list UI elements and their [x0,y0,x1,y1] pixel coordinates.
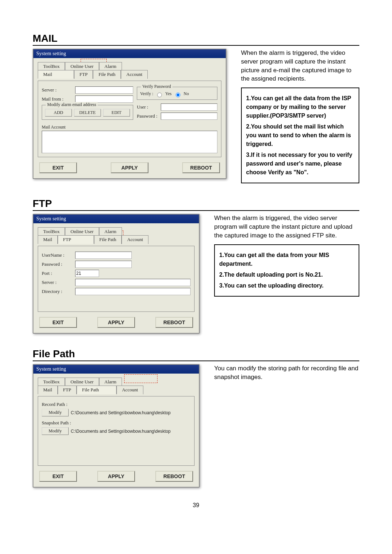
tab-group-ftp: ToolBox Online User Alarm Mail FTP File … [38,227,195,244]
section-title-filepath: File Path [33,348,359,361]
reboot-button[interactable]: REBOOT [182,162,220,173]
tab-account[interactable]: Account [121,70,148,79]
ftp-info-1: 1.You can get all the data from your MIS… [219,251,354,268]
dialog-titlebar: System setting [33,365,199,374]
exit-button[interactable]: EXIT [39,162,77,173]
filepath-description: You can modify the storing path for reco… [214,364,359,382]
verify-fieldset: Verify Password Verify : Yes No [137,87,217,100]
tab-toolbox[interactable]: ToolBox [38,62,65,70]
mailaccount-label: Mail Account [42,125,217,130]
server-input[interactable] [75,279,191,286]
record-path-value: C:\Documents and Settings\bowbow.huang\d… [71,410,171,415]
verify-yes-radio[interactable] [157,93,162,97]
tab-group-mail: ToolBox Online User Alarm Mail FTP File … [38,62,221,78]
tab-ftp[interactable]: FTP [58,235,94,244]
mailaccount-list[interactable] [42,131,217,153]
exit-button[interactable]: EXIT [39,471,77,482]
verify-no-radio[interactable] [176,93,180,97]
tab-mail[interactable]: Mail [38,70,74,79]
modify-alarm-legend: Modify alarm email address [46,102,98,107]
ftp-info-2: 2.The default uploading port is No.21. [219,270,354,279]
ftp-description: When the alarm is triggered, the video s… [214,214,359,240]
tab-alarm[interactable]: Alarm [99,227,122,236]
tab-onlineuser[interactable]: Online User [65,227,99,236]
ftp-dialog: System setting ToolBox Online User Alarm… [33,214,200,334]
edit-button[interactable]: EDIT [103,109,130,117]
delete-button[interactable]: DELETE [74,109,101,117]
username-input[interactable] [75,252,132,259]
add-button[interactable]: ADD [45,109,72,117]
mailfrom-input[interactable] [75,95,133,103]
password-label: Password : [42,261,73,267]
username-label: UserName : [42,252,73,258]
modify-alarm-fieldset: Modify alarm email address ADD DELETE ED… [42,105,133,120]
mail-dialog: System setting ToolBox Online User Alarm… [33,49,226,179]
tab-onlineuser[interactable]: Online User [65,62,99,70]
port-input[interactable] [75,270,99,277]
tab-mail[interactable]: Mail [38,235,58,244]
tab-onlineuser[interactable]: Online User [65,378,99,386]
password-input[interactable] [75,261,132,268]
server-label: Server : [42,280,73,285]
password-label: Password : [137,113,159,119]
reboot-button[interactable]: REBOOT [155,317,193,328]
tab-toolbox[interactable]: ToolBox [38,378,65,386]
tab-account[interactable]: Account [117,386,143,394]
tab-alarm[interactable]: Alarm [99,378,122,386]
verify-legend: Verify Password [141,84,172,89]
server-input[interactable] [75,86,133,94]
password-input[interactable] [161,113,217,120]
tab-alarm[interactable]: Alarm [99,62,122,70]
tab-group-filepath: ToolBox Online User Alarm Mail FTP File … [38,377,195,394]
tab-filepath[interactable]: File Path [94,235,122,244]
mail-info-2: 2.You should set the mail list which you… [246,122,354,148]
dialog-titlebar: System setting [33,49,226,58]
tab-ftp[interactable]: FTP [74,70,93,79]
section-title-ftp: FTP [33,198,359,211]
verify-no-label: No [184,91,189,97]
filepath-tab-content: Record Path : Modify C:\Documents and Se… [38,396,195,466]
dialog-titlebar: System setting [33,215,199,223]
apply-button[interactable]: APPLY [97,471,135,482]
user-input[interactable] [161,103,217,111]
apply-button[interactable]: APPLY [97,317,135,328]
modify-record-button[interactable]: Modify [42,409,69,416]
page-number: 39 [33,502,359,509]
section-title-mail: MAIL [33,33,359,46]
apply-button[interactable]: APPLY [111,162,148,173]
mail-info-1: 1.You can get all the data from the ISP … [246,94,354,120]
snapshot-path-value: C:\Documents and Settings\bowbow.huang\d… [71,429,171,434]
directory-label: Directory : [42,289,73,294]
tab-mail[interactable]: Mail [38,386,58,394]
verify-label: Verify : [140,91,153,97]
verify-yes-label: Yes [165,91,171,97]
user-label: User : [137,104,159,110]
ftp-tab-content: UserName : Password : Port : Server [38,246,195,312]
server-label: Server : [42,87,73,93]
directory-input[interactable] [75,288,191,295]
modify-snapshot-button[interactable]: Modify [42,427,69,435]
reboot-button[interactable]: REBOOT [155,471,193,482]
mailfrom-label: Mail from : [42,96,73,102]
tab-filepath[interactable]: File Path [93,70,121,79]
snapshotpath-label: Snapshot Path : [42,420,191,426]
exit-button[interactable]: EXIT [39,317,77,328]
filepath-dialog: System setting ToolBox Online User Alarm… [33,364,200,488]
tab-account[interactable]: Account [122,235,148,244]
ftp-info-3: 3.You can set the uploading directory. [219,281,354,290]
ftp-info-box: 1.You can get all the data from your MIS… [214,244,359,297]
tab-toolbox[interactable]: ToolBox [38,227,65,236]
recordpath-label: Record Path : [42,402,191,407]
port-label: Port : [42,270,73,276]
mail-description: When the alarm is triggered, the video s… [241,49,359,83]
mail-info-box: 1.You can get all the data from the ISP … [241,87,359,183]
tab-filepath[interactable]: File Path [77,386,117,394]
mail-info-3: 3.If it is not necessary for you to veri… [246,151,354,177]
tab-ftp[interactable]: FTP [58,386,77,394]
mail-tab-content: Server : Mail from : Modify alarm email … [38,81,221,157]
